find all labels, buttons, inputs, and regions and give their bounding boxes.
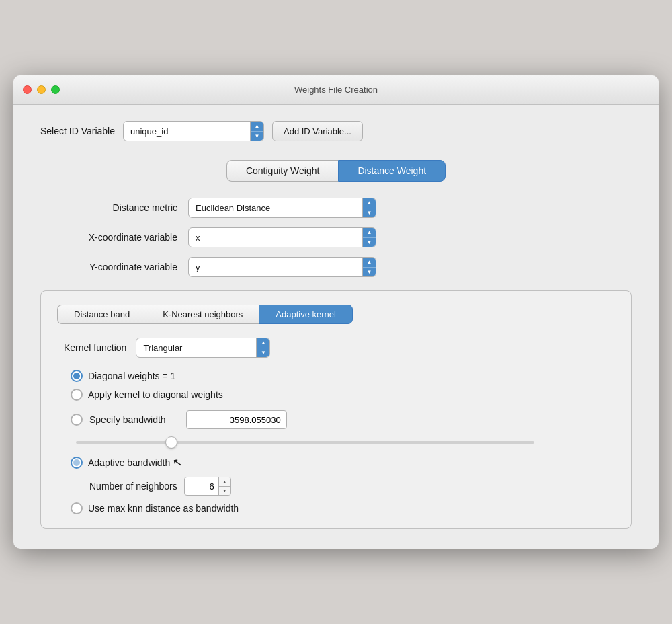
inner-panel: Distance band K-Nearest neighbors Adapti…	[40, 290, 632, 529]
specify-bandwidth-label: Specify bandwidth	[89, 414, 166, 425]
bandwidth-input[interactable]	[186, 410, 287, 429]
spinner-down-icon[interactable]: ▼	[363, 268, 376, 277]
id-variable-dropdown[interactable]: unique_id ▲ ▼	[123, 121, 264, 141]
bandwidth-section: Specify bandwidth	[57, 410, 615, 429]
num-up-icon[interactable]: ▲	[219, 477, 230, 487]
main-window: Weights File Creation Select ID Variable…	[13, 75, 659, 549]
spinner-up-icon[interactable]: ▲	[257, 338, 269, 348]
titlebar: Weights File Creation	[13, 75, 659, 105]
distance-metric-row: Distance metric Euclidean Distance ▲ ▼	[40, 198, 632, 218]
spinner-down-icon[interactable]: ▼	[363, 208, 376, 218]
id-variable-value: unique_id	[124, 126, 250, 136]
spinner-down-icon[interactable]: ▼	[257, 348, 269, 358]
spinner-down-icon[interactable]: ▼	[251, 132, 263, 141]
add-id-button[interactable]: Add ID Variable...	[272, 121, 363, 141]
knn-max-radio[interactable]	[71, 502, 83, 514]
num-neighbors-spinner[interactable]: ▲ ▼	[218, 477, 230, 495]
diagonal-weights-1-label: Diagonal weights = 1	[88, 370, 175, 381]
kernel-function-value: Triangular	[136, 343, 256, 353]
tab-distance-weight[interactable]: Distance Weight	[338, 160, 446, 182]
adaptive-bandwidth-label: Adaptive bandwidth	[88, 457, 170, 468]
y-coordinate-row: Y-coordinate variable y ▲ ▼	[40, 257, 632, 277]
close-button[interactable]	[23, 85, 32, 94]
knn-max-label: Use max knn distance as bandwidth	[88, 503, 239, 514]
kernel-function-row: Kernel function Triangular ▲ ▼	[57, 338, 615, 358]
minimize-button[interactable]	[37, 85, 46, 94]
x-coordinate-value: x	[189, 233, 362, 243]
apply-kernel-diagonal-label: Apply kernel to diagonal weights	[88, 389, 223, 400]
bandwidth-slider[interactable]	[76, 441, 534, 444]
spinner-up-icon[interactable]: ▲	[363, 228, 376, 238]
diagonal-weights-group: Diagonal weights = 1 Apply kernel to dia…	[57, 370, 615, 401]
kernel-spinner[interactable]: ▲ ▼	[256, 338, 269, 357]
select-id-row: Select ID Variable unique_id ▲ ▼ Add ID …	[40, 121, 632, 141]
y-coordinate-spinner[interactable]: ▲ ▼	[362, 258, 376, 276]
distance-metric-value: Euclidean Distance	[189, 203, 362, 213]
num-neighbors-input[interactable]	[185, 481, 218, 492]
num-neighbors-label: Number of neighbors	[89, 481, 177, 492]
spinner-up-icon[interactable]: ▲	[363, 198, 376, 208]
specify-bandwidth-row: Specify bandwidth	[71, 410, 615, 429]
sub-tab-adaptive-kernel[interactable]: Adaptive kernel	[259, 305, 353, 324]
y-coordinate-label: Y-coordinate variable	[40, 262, 188, 272]
kernel-function-label: Kernel function	[64, 342, 126, 353]
adaptive-bandwidth-radio[interactable]	[71, 457, 83, 469]
traffic-lights	[23, 85, 60, 94]
num-neighbors-input-wrap: ▲ ▼	[184, 477, 231, 496]
spinner-up-icon[interactable]: ▲	[363, 258, 376, 268]
knn-max-row: Use max knn distance as bandwidth	[57, 502, 615, 514]
content-area: Select ID Variable unique_id ▲ ▼ Add ID …	[13, 105, 659, 549]
spinner-down-icon[interactable]: ▼	[363, 238, 376, 247]
x-coordinate-label: X-coordinate variable	[40, 232, 188, 243]
apply-kernel-diagonal-item: Apply kernel to diagonal weights	[71, 389, 615, 401]
diagonal-weights-1-radio[interactable]	[71, 370, 83, 382]
distance-metric-label: Distance metric	[40, 202, 188, 213]
spinner-up-icon[interactable]: ▲	[251, 122, 263, 132]
specify-bandwidth-radio[interactable]	[71, 414, 83, 426]
y-coordinate-value: y	[189, 262, 362, 272]
maximize-button[interactable]	[51, 85, 60, 94]
cursor-icon: ↖	[171, 455, 184, 471]
distance-metric-dropdown[interactable]: Euclidean Distance ▲ ▼	[188, 198, 376, 218]
num-neighbors-row: Number of neighbors ▲ ▼	[57, 477, 615, 496]
id-variable-spinner[interactable]: ▲ ▼	[250, 122, 263, 141]
x-coordinate-spinner[interactable]: ▲ ▼	[362, 228, 376, 247]
x-coordinate-row: X-coordinate variable x ▲ ▼	[40, 227, 632, 247]
adaptive-bandwidth-row: Adaptive bandwidth ↖	[57, 455, 615, 470]
apply-kernel-diagonal-radio[interactable]	[71, 389, 83, 401]
diagonal-weights-1-item: Diagonal weights = 1	[71, 370, 615, 382]
num-down-icon[interactable]: ▼	[219, 487, 230, 496]
main-tab-group: Contiguity Weight Distance Weight	[40, 160, 632, 182]
select-id-label: Select ID Variable	[40, 126, 115, 136]
sub-tab-distance-band[interactable]: Distance band	[57, 305, 146, 324]
distance-metric-spinner[interactable]: ▲ ▼	[362, 198, 376, 217]
sub-tab-knearest[interactable]: K-Nearest neighbors	[146, 305, 259, 324]
sub-tab-group: Distance band K-Nearest neighbors Adapti…	[57, 305, 615, 324]
kernel-function-dropdown[interactable]: Triangular ▲ ▼	[136, 338, 270, 358]
window-title: Weights File Creation	[294, 85, 378, 95]
y-coordinate-dropdown[interactable]: y ▲ ▼	[188, 257, 376, 277]
tab-contiguity-weight[interactable]: Contiguity Weight	[226, 160, 338, 182]
x-coordinate-dropdown[interactable]: x ▲ ▼	[188, 227, 376, 247]
bandwidth-slider-row	[57, 436, 615, 446]
